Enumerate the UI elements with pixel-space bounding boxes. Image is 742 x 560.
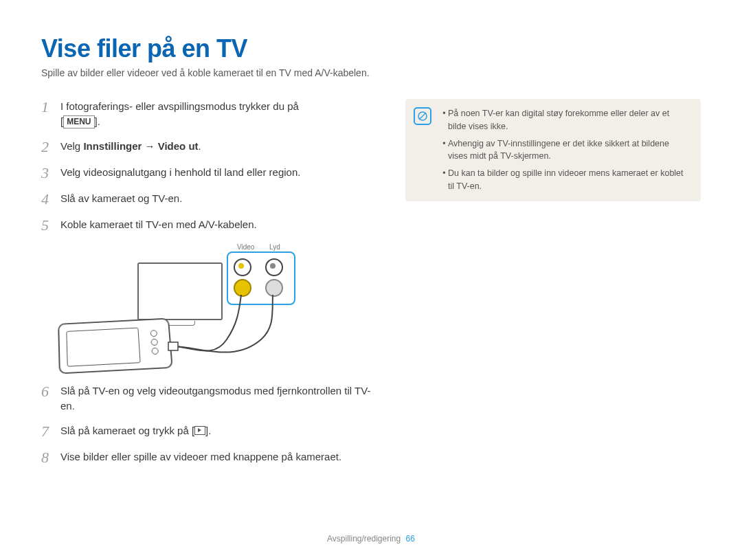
play-icon (194, 426, 205, 435)
step-number: 4 (41, 191, 54, 208)
note-list: På noen TV-er kan digital støy forekomme… (438, 107, 690, 193)
step-text-tail: . (199, 140, 201, 152)
page-number: 66 (406, 534, 415, 544)
step-number: 5 (41, 217, 54, 234)
bracket-close: ]. (95, 115, 100, 127)
camera-buttons (144, 328, 165, 357)
content-columns: 1 I fotograferings- eller avspillingsmod… (41, 99, 701, 475)
notes-column: På noen TV-er kan digital støy forekomme… (405, 99, 701, 475)
step-body: Slå på TV-en og velg videoutgangsmodus m… (60, 383, 378, 414)
step-body: Slå på kameraet og trykk på []. (60, 423, 378, 440)
step-5: 5 Koble kameraet til TV-en med A/V-kabel… (41, 217, 378, 234)
step-1: 1 I fotograferings- eller avspillingsmod… (41, 99, 378, 129)
page-subtitle: Spille av bilder eller videoer ved å kob… (41, 67, 701, 78)
camera-screen (66, 328, 140, 367)
manual-page: Vise filer på en TV Spille av bilder ell… (0, 0, 742, 560)
video-label: Video (237, 243, 254, 251)
step-text: Slå på kameraet og trykk på [ (60, 425, 194, 436)
step-2: 2 Velg Innstillinger → Video ut. (41, 139, 378, 155)
svg-line-2 (419, 113, 426, 120)
step-body: Velg Innstillinger → Video ut. (60, 139, 378, 155)
camera-icon (58, 318, 173, 374)
note-item: På noen TV-er kan digital støy forekomme… (448, 107, 690, 133)
tv-icon (137, 262, 223, 320)
note-box: På noen TV-er kan digital støy forekomme… (405, 99, 701, 201)
note-item: Avhengig av TV-innstillingene er det ikk… (448, 137, 690, 164)
step-6: 6 Slå på TV-en og velg videoutgangsmodus… (41, 383, 378, 414)
step-number: 7 (41, 423, 54, 440)
note-item: Du kan ta bilder og spille inn videoer m… (448, 167, 690, 193)
step-body: Velg videosignalutgang i henhold til lan… (60, 165, 378, 181)
footer-section: Avspilling/redigering (327, 534, 401, 544)
step-body: I fotograferings- eller avspillingsmodus… (60, 99, 378, 129)
page-title: Vise filer på en TV (41, 34, 701, 63)
step-number: 6 (41, 383, 54, 414)
step-body: Vise bilder eller spille av videoer med … (60, 449, 378, 466)
steps-column: 1 I fotograferings- eller avspillingsmod… (41, 99, 378, 475)
step-text: Velg (60, 140, 83, 152)
step-8: 8 Vise bilder eller spille av videoer me… (41, 449, 378, 466)
step-text: I fotograferings- eller avspillingsmodus… (60, 100, 299, 112)
step-text-tail: ]. (205, 425, 211, 436)
step-3: 3 Velg videosignalutgang i henhold til l… (41, 165, 378, 181)
connection-diagram: Video Lyd (55, 243, 302, 374)
page-footer: Avspilling/redigering 66 (0, 534, 742, 544)
step-number: 3 (41, 165, 54, 181)
step-number: 8 (41, 449, 54, 466)
step-number: 2 (41, 139, 54, 155)
step-7: 7 Slå på kameraet og trykk på []. (41, 423, 378, 440)
step-bold: Innstillinger → Video ut (83, 140, 198, 152)
step-body: Slå av kameraet og TV-en. (60, 191, 378, 208)
menu-chip: MENU (63, 115, 94, 128)
step-number: 1 (41, 99, 54, 129)
note-icon (414, 107, 431, 125)
audio-label: Lyd (269, 243, 280, 251)
step-4: 4 Slå av kameraet og TV-en. (41, 191, 378, 208)
step-body: Koble kameraet til TV-en med A/V-kabelen… (60, 217, 378, 234)
